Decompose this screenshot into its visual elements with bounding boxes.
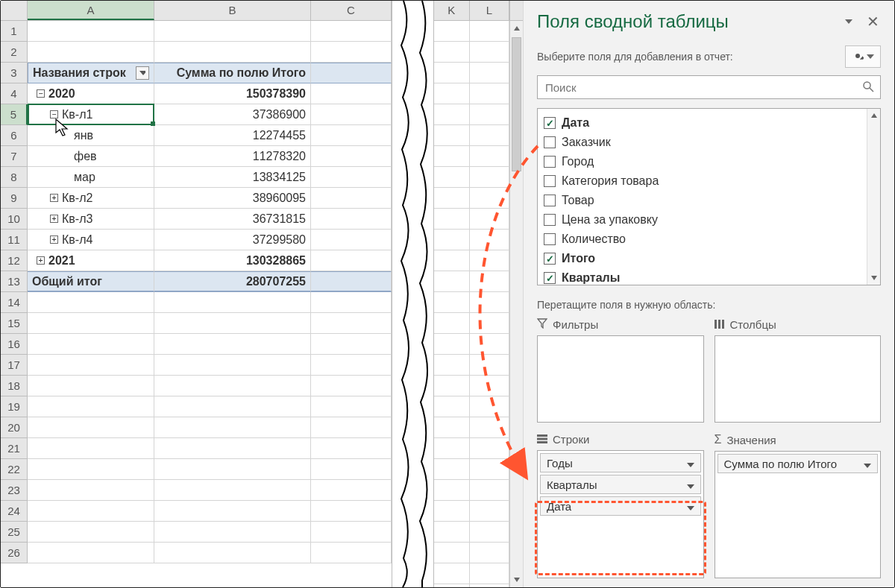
expand-icon[interactable]: + bbox=[50, 194, 58, 202]
cell[interactable] bbox=[311, 501, 392, 522]
cell[interactable] bbox=[311, 417, 392, 438]
field-item[interactable]: ✓Кварталы bbox=[544, 268, 861, 285]
panel-settings-button[interactable] bbox=[845, 45, 881, 68]
filters-zone[interactable]: Фильтры bbox=[537, 318, 704, 423]
row-header[interactable]: 25 bbox=[1, 522, 28, 543]
cell[interactable] bbox=[311, 250, 392, 271]
cell[interactable] bbox=[28, 459, 154, 480]
dropzone-item[interactable]: Кварталы bbox=[540, 475, 701, 494]
cell[interactable]: +Кв-л4 bbox=[28, 230, 154, 250]
checkbox[interactable]: ✓ bbox=[544, 117, 556, 129]
row-header[interactable]: 21 bbox=[1, 438, 28, 459]
cell[interactable]: 12274455 bbox=[154, 125, 311, 146]
cell[interactable] bbox=[311, 292, 392, 313]
cell[interactable] bbox=[154, 417, 311, 438]
cell[interactable]: Общий итог bbox=[28, 271, 154, 292]
row-header[interactable]: 19 bbox=[1, 396, 28, 417]
cell[interactable]: 11278320 bbox=[154, 146, 311, 167]
cell[interactable] bbox=[154, 480, 311, 501]
cell[interactable] bbox=[311, 543, 392, 563]
row-header[interactable]: 22 bbox=[1, 459, 28, 480]
cell[interactable] bbox=[28, 376, 154, 396]
field-item[interactable]: Город bbox=[544, 152, 861, 171]
cell[interactable] bbox=[311, 167, 392, 188]
field-item[interactable]: Категория товара bbox=[544, 171, 861, 191]
column-header-C[interactable]: C bbox=[311, 1, 392, 20]
scroll-down-icon[interactable] bbox=[867, 271, 880, 285]
cell[interactable] bbox=[311, 104, 392, 125]
cell[interactable] bbox=[311, 376, 392, 396]
row-header[interactable]: 8 bbox=[1, 167, 28, 188]
checkbox[interactable] bbox=[544, 214, 556, 226]
panel-menu-button[interactable] bbox=[841, 13, 857, 30]
cell[interactable]: −Кв-л1 bbox=[28, 104, 154, 125]
cell[interactable]: янв bbox=[28, 125, 154, 146]
cell[interactable] bbox=[311, 21, 392, 42]
field-item[interactable]: ✓Дата bbox=[544, 113, 861, 133]
cell[interactable]: Названия строк bbox=[28, 63, 154, 83]
scroll-up-icon[interactable] bbox=[867, 109, 880, 122]
cell[interactable] bbox=[28, 42, 154, 63]
cell[interactable] bbox=[311, 459, 392, 480]
cell[interactable] bbox=[311, 125, 392, 146]
cell[interactable]: 37386900 bbox=[154, 104, 311, 125]
row-header[interactable]: 2 bbox=[1, 42, 28, 63]
field-item[interactable]: Количество bbox=[544, 230, 861, 249]
cell[interactable] bbox=[311, 271, 392, 292]
expand-icon[interactable]: + bbox=[37, 256, 45, 265]
chevron-down-icon[interactable] bbox=[687, 478, 694, 491]
columns-zone[interactable]: Столбцы bbox=[715, 318, 882, 423]
cell[interactable] bbox=[28, 543, 154, 563]
column-header-B[interactable]: B bbox=[154, 1, 311, 20]
cell[interactable]: −2020 bbox=[28, 83, 154, 104]
cell[interactable] bbox=[28, 355, 154, 376]
row-labels-filter-button[interactable] bbox=[136, 66, 149, 80]
field-item[interactable]: ✓Итого bbox=[544, 249, 861, 268]
row-header[interactable]: 20 bbox=[1, 417, 28, 438]
cell[interactable] bbox=[154, 42, 311, 63]
cell[interactable]: 37299580 bbox=[154, 230, 311, 250]
cell[interactable] bbox=[154, 313, 311, 334]
cell[interactable] bbox=[154, 376, 311, 396]
cell[interactable] bbox=[311, 83, 392, 104]
cell[interactable] bbox=[311, 334, 392, 355]
cell[interactable] bbox=[28, 417, 154, 438]
cell[interactable] bbox=[154, 459, 311, 480]
cell[interactable] bbox=[311, 313, 392, 334]
cell[interactable] bbox=[311, 480, 392, 501]
scroll-up-icon[interactable] bbox=[510, 21, 523, 36]
cell[interactable]: +2021 bbox=[28, 250, 154, 271]
cell[interactable] bbox=[28, 21, 154, 42]
collapse-icon[interactable]: − bbox=[50, 110, 58, 118]
row-header[interactable]: 23 bbox=[1, 480, 28, 501]
cell[interactable] bbox=[154, 334, 311, 355]
scroll-thumb[interactable] bbox=[512, 37, 521, 171]
rows-zone[interactable]: Строки ГодыКварталыДата bbox=[537, 433, 704, 578]
vertical-scrollbar[interactable] bbox=[509, 21, 523, 587]
column-header-L[interactable]: L bbox=[470, 1, 510, 20]
field-item[interactable]: Товар bbox=[544, 191, 861, 210]
row-header[interactable]: 5 bbox=[1, 104, 28, 125]
cell[interactable]: 130328865 bbox=[154, 250, 311, 271]
dropzone-item[interactable]: Годы bbox=[540, 453, 701, 472]
cell[interactable] bbox=[311, 396, 392, 417]
cell[interactable] bbox=[154, 543, 311, 563]
cell[interactable]: 150378390 bbox=[154, 83, 311, 104]
column-header-A[interactable]: A bbox=[28, 1, 154, 20]
row-header[interactable]: 13 bbox=[1, 271, 28, 292]
cell[interactable] bbox=[154, 522, 311, 543]
cell[interactable] bbox=[311, 63, 392, 83]
field-list-scrollbar[interactable] bbox=[867, 109, 880, 285]
field-item[interactable]: Заказчик bbox=[544, 133, 861, 152]
cell[interactable] bbox=[311, 146, 392, 167]
cell[interactable]: 13834125 bbox=[154, 167, 311, 188]
cell[interactable]: 36731815 bbox=[154, 209, 311, 230]
row-header[interactable]: 18 bbox=[1, 376, 28, 396]
cell[interactable] bbox=[311, 522, 392, 543]
cell[interactable] bbox=[28, 292, 154, 313]
row-header[interactable]: 14 bbox=[1, 292, 28, 313]
cell[interactable]: 280707255 bbox=[154, 271, 311, 292]
checkbox[interactable]: ✓ bbox=[544, 253, 556, 265]
row-header[interactable]: 11 bbox=[1, 230, 28, 250]
cell[interactable] bbox=[28, 480, 154, 501]
